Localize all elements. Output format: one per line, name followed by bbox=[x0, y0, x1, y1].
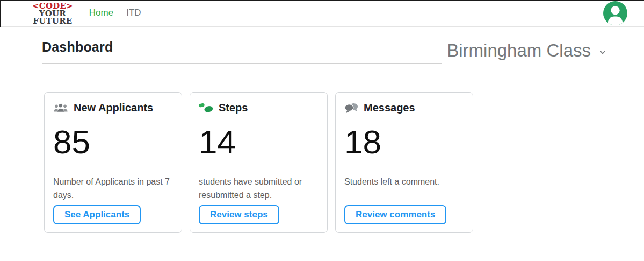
card-description: Number of Applicants in past 7 days. bbox=[53, 175, 173, 205]
page-title: Dashboard bbox=[42, 39, 442, 55]
title-divider bbox=[42, 63, 442, 64]
logo-line-future: FUTURE bbox=[32, 17, 73, 25]
card-description: Students left a comment. bbox=[344, 175, 464, 205]
review-steps-button[interactable]: Review steps bbox=[199, 205, 279, 224]
title-block: Dashboard bbox=[42, 39, 442, 68]
see-applicants-button[interactable]: See Applicants bbox=[53, 205, 141, 224]
chevron-down-icon bbox=[598, 40, 607, 61]
stat-cards-row: New Applicants 85 Number of Applicants i… bbox=[44, 92, 607, 233]
card-title: New Applicants bbox=[74, 102, 153, 114]
card-steps: Steps 14 students have submitted or resu… bbox=[190, 92, 328, 233]
card-title-row: New Applicants bbox=[53, 101, 173, 115]
page-header: Dashboard Birmingham Class bbox=[42, 39, 607, 68]
comments-icon bbox=[344, 102, 358, 114]
review-comments-button[interactable]: Review comments bbox=[344, 205, 446, 224]
card-value: 14 bbox=[199, 125, 319, 159]
user-avatar-button[interactable] bbox=[603, 1, 627, 25]
window-edge-top bbox=[0, 0, 644, 1]
card-title: Messages bbox=[364, 102, 415, 114]
card-title-row: Steps bbox=[199, 101, 319, 115]
card-description: students have submitted or resubmitted a… bbox=[199, 175, 319, 205]
card-value: 18 bbox=[344, 125, 464, 159]
class-selector-label: Birmingham Class bbox=[447, 40, 591, 61]
user-avatar-icon bbox=[603, 19, 627, 27]
top-navbar: <CODE> YOUR FUTURE Home ITD bbox=[0, 0, 644, 27]
card-value: 85 bbox=[53, 125, 173, 159]
nav-links: Home ITD bbox=[89, 8, 141, 18]
class-selector-dropdown[interactable]: Birmingham Class bbox=[447, 40, 607, 61]
card-title: Steps bbox=[219, 102, 248, 114]
card-title-row: Messages bbox=[344, 101, 464, 115]
users-icon bbox=[53, 102, 68, 114]
nav-link-home[interactable]: Home bbox=[89, 8, 113, 18]
card-new-applicants: New Applicants 85 Number of Applicants i… bbox=[44, 92, 182, 233]
main-content: Dashboard Birmingham Class bbox=[0, 39, 644, 233]
nav-link-itd[interactable]: ITD bbox=[126, 8, 141, 18]
shoe-prints-icon bbox=[199, 102, 213, 113]
window-edge-left bbox=[0, 0, 1, 27]
code-your-future-logo[interactable]: <CODE> YOUR FUTURE bbox=[32, 2, 73, 25]
card-messages: Messages 18 Students left a comment. Rev… bbox=[335, 92, 473, 233]
